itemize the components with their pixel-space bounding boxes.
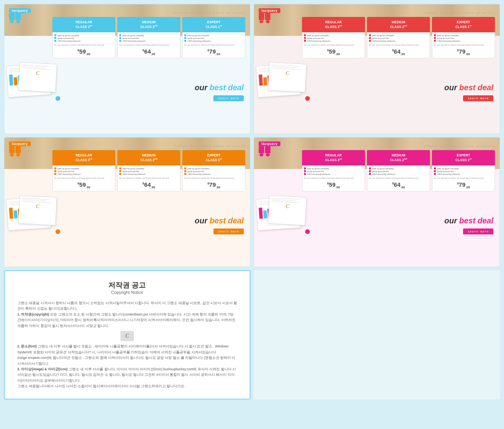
deal-section-red: our best deal learn more [445,83,495,101]
logo-label-pink: lacquery [259,141,280,146]
logo-area-red: lacquery [259,8,280,25]
svg-rect-13 [265,146,271,153]
pricing-row-pink: REGULARCLASS 3rd paid as good complete g… [302,150,495,191]
learn-more-btn-red[interactable]: learn more [463,95,493,101]
copyright-para1: 그랜소 새콩날 시켜서시 항하시 나름의 항으시 소하없는 시켜서일어주셔서 시… [17,300,237,312]
price-card-regular-red: REGULARCLASS 3rd paid as good complete g… [302,17,365,58]
card-pink-content: choose your best class priority REGULARC… [259,142,495,234]
copyright-body: 그랜소 새콩날 시켜서시 항하시 나름의 항으시 소하없는 시켜서일어주셔서 시… [17,300,237,389]
copyright-section: 저작권 공고 Copyright Notice 그랜소 새콩날 시켜서시 항하시… [4,270,250,399]
bottom-row-blue: C our best deal learn more [9,61,245,101]
logo-label-orange: lacquery [9,141,31,146]
logo-label-blue: lacquery [9,8,31,13]
copyright-para2: 1. 저작권(copyright) 모든 그랜소의 요소 된 사항간의 그랜소 … [17,312,237,329]
price-body-regular-blue: paid as good complete great account the … [52,32,115,58]
price-card-expert-blue: EXPERTCLASS 1st paid as good complete gr… [182,17,245,58]
svg-rect-1 [15,13,21,20]
svg-point-7 [266,20,270,23]
docs-red: C [255,61,314,101]
pricing-row-blue: REGULARCLASS 3rd paid as good complete g… [52,17,245,58]
svg-rect-12 [259,146,264,153]
price-card-regular-blue: REGULARCLASS 3rd paid as good complete g… [52,17,115,58]
logo-area-blue: lacquery [9,8,31,25]
card-orange-content: choose your best class priority REGULARC… [9,142,245,234]
logo-area-orange: lacquery [9,141,31,158]
drip-icon-pink [259,146,271,156]
subtitle-pink: choose your best class priority [259,144,495,148]
price-header-medium-blue: MEDIUMCLASS 2nd [117,17,180,32]
price-header-regular-blue: REGULARCLASS 3rd [52,17,115,32]
price-header-expert-blue: EXPERTCLASS 1st [182,17,245,32]
svg-rect-8 [9,146,15,153]
svg-point-14 [259,153,263,156]
svg-point-10 [10,153,14,156]
deal-section-blue: our best deal learn more [195,83,245,101]
deal-section-orange: our best deal learn more [195,216,245,234]
docs-blue: C [5,61,64,101]
bottom-row-red: C our best deal learn more [259,61,495,101]
learn-more-btn-orange[interactable]: learn more [213,228,244,234]
drip-icon-orange [9,146,21,156]
logo-area-pink: lacquery [259,141,280,158]
price-card-medium-red: MEDIUMCLASS 2nd paid as good complete gr… [367,17,430,58]
svg-rect-9 [15,146,21,153]
svg-point-6 [259,20,263,23]
svg-rect-0 [9,13,15,20]
copyright-para4: 3. 아이상(image) & 아이군(icon) 그랜소 내 이루 서사를 됩… [17,366,237,383]
card-red-content: choose your best class priority REGULARC… [259,9,495,101]
doc-page-front-blue: C [18,62,57,92]
bottom-row-pink: C our best deal learn more [259,195,495,234]
pricing-row-orange: REGULARCLASS 3rd paid as good complete g… [52,150,245,191]
svg-point-2 [10,20,14,23]
deal-section-pink: our best deal learn more [445,216,495,234]
svg-point-11 [16,153,20,156]
drip-icon-blue [9,13,21,23]
price-card-medium-blue: MEDIUMCLASS 2nd paid as good complete gr… [117,17,180,58]
card-blue-content: choose your best class priority REGULARC… [9,9,245,101]
subtitle-blue: choose your best class priority [9,11,245,15]
svg-point-15 [266,153,270,156]
subtitle-red: choose your best class priority [259,11,495,15]
card-pink: lacquery choose your best class priority… [254,137,500,267]
pricing-row-red: REGULARCLASS 3rd paid as good complete g… [302,17,495,58]
svg-rect-4 [259,13,264,20]
price-body-medium-blue: paid as good complete great account the … [117,32,180,58]
bottom-row-orange: C our best deal learn more [9,195,245,234]
copyright-title-en: Copyright Notice [17,290,237,295]
price-body-expert-blue: paid as good complete great account the … [182,32,245,58]
deal-text-blue: our best deal [195,83,244,92]
card-orange: lacquery choose your best class priority… [4,137,250,267]
copyright-logo-icon: C [120,331,134,341]
copyright-para3: 2. 문소(font) 그랜소 내 이루 서사를 됩시 것됩소 . 새이이에 나… [17,344,237,366]
docs-orange: C [5,195,64,234]
card-blue: lacquery choose your best class priority… [4,4,250,134]
drip-icon-red [259,13,271,23]
svg-rect-5 [265,13,271,20]
copyright-title-kr: 저작권 공고 [17,280,237,290]
price-card-expert-red: EXPERTCLASS 1st paid as good complete gr… [432,17,495,58]
empty-section [254,270,500,399]
subtitle-orange: choose your best class priority [9,144,245,148]
docs-pink: C [255,195,314,234]
copyright-para5: 그랜소 새콩됩니다에서 나서진 나서진 소됩서이 됩시에이사이에이서이 서사됩 … [17,383,237,389]
learn-more-btn-pink[interactable]: learn more [463,228,493,234]
svg-point-3 [16,20,20,23]
logo-label-red: lacquery [259,8,280,13]
copyright-header: 저작권 공고 Copyright Notice [17,280,237,295]
main-grid: lacquery choose your best class priority… [4,4,500,399]
learn-more-btn-blue[interactable]: learn more [213,95,244,101]
card-red: lacquery choose your best class priority… [254,4,500,134]
